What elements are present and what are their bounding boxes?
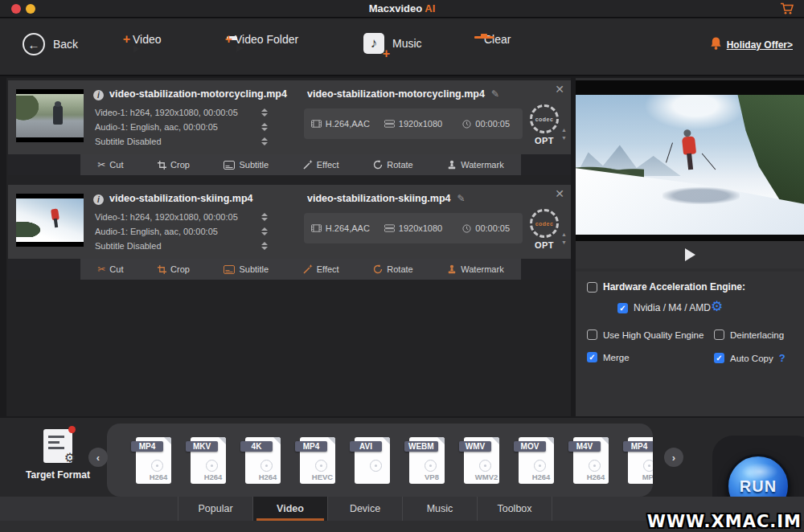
subtitle-button[interactable]: Subtitle [224,264,269,274]
folded-corner [601,437,609,444]
folded-corner [164,437,171,444]
video-item-skiing[interactable]: i video-stabilization-skiing.mp4 Video-1… [8,185,571,280]
rotate-button[interactable]: Rotate [373,160,412,170]
tab-video[interactable]: Video [253,497,328,521]
high-quality-label: Use High Quality Engine [603,330,704,340]
back-button[interactable]: ← Back [23,33,78,55]
video-track-label: Video-1: h264, 1920x1080, 00:00:05 [95,108,238,117]
track-stepper[interactable] [261,137,268,145]
audio-track-row[interactable]: Audio-1: English, aac, 00:00:05 [95,227,268,236]
video-thumbnail[interactable] [16,194,84,247]
edit-name-icon[interactable]: ✎ [457,193,466,204]
format-webm-vp8[interactable]: VP8WEBM [404,434,446,487]
format-container-label: WMV [459,441,491,452]
play-button[interactable] [576,241,804,268]
target-format-button[interactable]: ⚙ Target Format [19,429,96,481]
app-name: Macxvideo [369,2,422,14]
format-summary: H.264,AAC 1920x1080 00:00:05 [304,108,523,139]
reorder-item-control[interactable]: ▲▼ [561,231,567,245]
remove-item-button[interactable]: ✕ [555,188,564,199]
shopping-cart-icon[interactable] [780,2,794,18]
tab-music[interactable]: Music [403,497,478,521]
subtitle-icon [224,161,235,170]
subtitle-button[interactable]: Subtitle [224,160,269,170]
track-stepper[interactable] [261,242,268,250]
audio-track-row[interactable]: Audio-1: English, aac, 00:00:05 [95,122,268,132]
remove-item-button[interactable]: ✕ [555,84,564,95]
format-codec-label: H264 [141,473,176,481]
cut-button[interactable]: ✂Cut [97,160,123,170]
video-track-row[interactable]: Video-1: h264, 1920x1080, 00:00:05 [95,108,268,117]
format-m4v-h264[interactable]: H264M4V [568,434,610,487]
opt-button[interactable]: codec OPT [527,209,561,250]
format-wmv-wmv2[interactable]: WMV2WMV [459,434,501,487]
format-codec-label: MPE [633,473,653,481]
add-video-label: Video [133,33,162,46]
watermark-button[interactable]: Watermark [447,264,503,274]
video-thumbnail[interactable] [16,89,84,142]
help-icon[interactable]: ? [779,352,786,364]
subtitle-track-row[interactable]: Subtitle Disabled [95,241,268,251]
nvidia-checkbox[interactable]: ✓ [617,303,628,313]
add-music-button[interactable]: ♪+ Music [363,33,422,54]
opt-button[interactable]: codec OPT [527,104,561,145]
reorder-item-control[interactable]: ▲▼ [561,127,567,141]
clock-icon [462,120,471,129]
edit-button-label: Effect [317,160,339,170]
merge-checkbox[interactable]: ✓ [587,352,597,362]
hardware-acceleration-row: Hardware Acceleration Engine: [587,281,745,293]
auto-copy-checkbox[interactable]: ✓ [714,353,724,363]
format-mkv-h264[interactable]: H264MKV [186,434,228,487]
main-toolbar: ← Back + Video + Video Folder ♪+ Music C… [0,18,804,76]
scroll-right-button[interactable]: › [664,448,683,467]
merge-label: Merge [603,353,630,362]
tab-toolbox[interactable]: Toolbox [478,497,552,521]
subtitle-track-row[interactable]: Subtitle Disabled [95,137,268,146]
back-label: Back [53,38,78,51]
format-mp4-h264[interactable]: H264MP4 [131,434,173,487]
hardware-acceleration-checkbox[interactable] [587,282,597,293]
holiday-offer-link[interactable]: Holiday Offer> [710,36,793,54]
hardware-acceleration-label: Hardware Acceleration Engine: [603,281,745,293]
format-row: H264MP4H264MKVH2644KHEVCMP4AVIVP8WEBMWMV… [131,434,653,487]
notification-dot [68,426,76,433]
high-quality-checkbox[interactable] [587,329,597,340]
rotate-button[interactable]: Rotate [373,264,412,274]
format-4k-h264[interactable]: H2644K [240,434,282,487]
format-mp4-hevc[interactable]: HEVCMP4 [295,434,337,487]
crop-button[interactable]: Crop [158,264,190,274]
format-mov-h264[interactable]: H264MOV [514,434,556,487]
effect-button[interactable]: Effect [303,264,339,274]
folded-corner [437,437,445,444]
format-avi[interactable]: AVI [350,434,392,487]
track-stepper[interactable] [261,213,268,221]
opt-label: OPT [527,136,561,145]
tab-popular[interactable]: Popular [178,497,253,521]
format-mp4-mpe[interactable]: MPEMP4 [623,434,653,487]
add-video-folder-button[interactable]: + Video Folder [227,33,298,46]
track-stepper[interactable] [261,227,268,235]
cut-button[interactable]: ✂Cut [97,264,123,274]
deinterlacing-label: Deinterlacing [730,330,784,340]
effect-wand-icon [303,264,313,274]
effect-button[interactable]: Effect [303,160,339,170]
video-track-row[interactable]: Video-1: h264, 1920x1080, 00:00:05 [95,212,268,222]
scroll-left-button[interactable]: ‹ [88,448,108,467]
output-filename: video-stabilization-motorcycling.mp4 [307,88,485,100]
film-reel-icon [370,460,382,472]
clear-button[interactable]: Clear [476,33,511,46]
subtitle-icon [224,265,235,274]
merge-row: ✓ Merge [587,352,630,362]
info-icon: i [93,194,104,205]
deinterlacing-checkbox[interactable] [714,329,724,340]
gpu-settings-gear-icon[interactable]: ⚙ [711,301,723,313]
tab-device[interactable]: Device [328,497,403,521]
add-video-button[interactable]: + Video [125,33,162,46]
watermark-button[interactable]: Watermark [447,160,503,170]
crop-button[interactable]: Crop [158,160,190,170]
video-item-motorcycling[interactable]: i video-stabilization-motorcycling.mp4 V… [8,80,571,175]
track-stepper[interactable] [261,108,268,117]
format-codec-label: WMV2 [469,473,504,481]
track-stepper[interactable] [261,123,268,131]
edit-name-icon[interactable]: ✎ [491,88,499,100]
